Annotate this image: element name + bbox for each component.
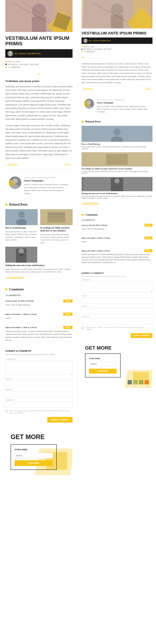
- email-label-left: EMAIL *: [5, 388, 73, 390]
- related-img-0-right: [81, 126, 153, 142]
- author-role-right: Jason is a content creator at Elegant Th…: [97, 99, 150, 100]
- comment-0-header-right: Jason on June 18, 2020 at 9:00 pm REPLY: [81, 224, 153, 226]
- related-title-1-right: Everything you Think you know about how …: [81, 168, 153, 170]
- subscribe-title-right: Subscribe: [89, 357, 117, 360]
- prev-link-right[interactable]: ← PREVIOUS: [81, 88, 93, 90]
- comments-section-right: Comments 3 COMMENTS Jason on June 18, 20…: [81, 213, 153, 268]
- comment-label-left: COMMENT: [5, 358, 73, 360]
- email-subscribe-right[interactable]: [89, 361, 117, 367]
- reply-btn-1-left[interactable]: REPLY: [63, 312, 73, 316]
- name-field-left: NAME *: [5, 378, 73, 386]
- email-input-right[interactable]: [81, 308, 153, 314]
- submit-comment-left: SUBMIT A COMMENT Your email address will…: [5, 350, 73, 422]
- comments-count-left: 3 COMMENTS: [5, 294, 73, 297]
- related-title-2-right: Making the most out of your small busine…: [81, 192, 153, 194]
- svg-point-22: [111, 4, 123, 16]
- post-navigation-right: ← PREVIOUS NEXT →: [81, 88, 153, 90]
- scroll-indicator-left: [5, 72, 73, 76]
- related-excerpt-2-right: Cras ultricies ligula sed magna lorem li…: [81, 195, 153, 199]
- meta-dot-cat-right: [81, 49, 82, 50]
- meta-date-right: MAY 23, 2020: [81, 46, 153, 48]
- post-body-right: Vestibulum ante ipsum primis in faucibus…: [81, 62, 153, 84]
- save-checkbox-right[interactable]: [81, 327, 84, 329]
- related-img-1: [40, 209, 73, 225]
- author-avatar-left: [7, 51, 13, 56]
- get-more-heading-right: GET MORE: [85, 345, 149, 351]
- checkbox-row-left: SAVE MY NAME, EMAIL, AND WEBSITE IN THIS…: [5, 410, 73, 414]
- comment-0-author: Jason on June 18, 2020 at 9:00 pm: [5, 300, 34, 302]
- author-box-content-right: Jason is a content creator at Elegant Th…: [97, 99, 150, 113]
- reply-btn-0-left[interactable]: REPLY: [63, 300, 73, 302]
- reply-btn-1-right[interactable]: REPLY: [145, 236, 153, 239]
- subscribe-submit-right[interactable]: SUBSCRIBE: [89, 369, 117, 374]
- related-grid-left: How to Avoid Burnout Lorem ipsum dolor s…: [5, 209, 73, 244]
- meta-dot-date: [5, 61, 7, 62]
- meta-comments-right: 3 COMMENTS: [81, 51, 153, 52]
- older-entries-left[interactable]: ← OLDER ENTRIES: [5, 276, 24, 279]
- related-heading-dot-right: [81, 121, 84, 123]
- author-avatar-right: [83, 38, 87, 43]
- name-input-right[interactable]: [81, 298, 153, 303]
- related-item-1: Everything you Think you know about how …: [40, 209, 73, 244]
- subscribe-submit-left[interactable]: SUBSCRIBE: [14, 460, 53, 466]
- author-name-right: BY JASON CHAMPAGNE: [89, 40, 111, 42]
- comment-1-text: I agree.: [5, 316, 73, 320]
- svg-point-28: [87, 100, 91, 104]
- save-checkbox-left[interactable]: [5, 410, 8, 412]
- post-navigation-left: ← PREVIOUS NEXT →: [5, 163, 73, 166]
- comment-textarea-left[interactable]: [5, 361, 73, 375]
- reply-btn-2-left[interactable]: REPLY: [63, 326, 73, 329]
- related-title-2: Making the most out of your small busine…: [5, 264, 73, 267]
- author-box-avatar-right: [84, 99, 94, 108]
- submit-btn-right[interactable]: SUBMIT COMMENT: [131, 333, 153, 338]
- author-box-bio-right: Jason is a content creator at Elegant Th…: [97, 105, 150, 113]
- name-label-left: NAME *: [5, 378, 73, 380]
- svg-point-11: [18, 211, 25, 218]
- prev-link-left[interactable]: ← PREVIOUS: [5, 163, 18, 166]
- comments-dot-right: [81, 214, 84, 216]
- website-input-left[interactable]: [5, 402, 73, 408]
- get-more-left: GET MORE Subscribe SUBSCRIBE: [5, 428, 73, 475]
- related-excerpt-1: Lorem ipsum ante primis in faucibus orci…: [40, 233, 73, 244]
- email-subscribe-left[interactable]: [14, 453, 53, 458]
- comment-textarea-right[interactable]: [81, 282, 153, 292]
- right-column: VESTIBULUM ANTE IPSUM PRIMIS BY JASON CH…: [78, 0, 156, 475]
- svg-rect-2: [32, 17, 46, 32]
- comments-count-right: 3 COMMENTS: [81, 219, 153, 221]
- reply-btn-0-right[interactable]: REPLY: [145, 224, 153, 226]
- website-field-right: WEBSITE: [81, 316, 153, 324]
- comments-heading-right: Comments: [81, 213, 153, 216]
- svg-point-6: [9, 52, 11, 54]
- related-item-0-right: How to Avoid Burnout Lorem ipsum dolor s…: [81, 126, 153, 150]
- website-label-right: WEBSITE: [81, 316, 153, 318]
- email-input-left[interactable]: [5, 391, 73, 397]
- svg-rect-34: [106, 154, 128, 165]
- subscribe-title-left: Subscribe: [14, 448, 53, 451]
- left-column: VESTIBULUM ANTE IPSUM PRIMIS BY JASON CH…: [0, 0, 78, 475]
- comment-0-text: I agree. That is really important.: [5, 303, 73, 306]
- next-link-left[interactable]: NEXT →: [65, 163, 73, 166]
- next-link-right[interactable]: NEXT →: [145, 88, 153, 90]
- older-entries-right[interactable]: ← OLDER ENTRIES: [81, 202, 98, 204]
- meta-category-right: BUSINESS | COACHING | HOSTING: [81, 48, 153, 50]
- related-posts-heading-right: Related Posts: [81, 120, 153, 123]
- svg-point-29: [86, 105, 92, 108]
- name-field-right: NAME *: [81, 295, 153, 303]
- submit-btn-left[interactable]: SUBMIT COMMENT: [47, 417, 73, 422]
- svg-rect-15: [49, 214, 64, 215]
- subscribe-box-right: Subscribe SUBSCRIBE: [85, 354, 121, 378]
- author-bar-left: BY JASON CHAMPAGNE: [5, 49, 73, 58]
- name-input-left[interactable]: [5, 380, 73, 386]
- svg-rect-16: [49, 216, 64, 217]
- related-excerpt-0-right: Lorem ipsum dolor sit amet, consectetur …: [81, 146, 153, 150]
- website-input-right[interactable]: [81, 318, 153, 324]
- comment-field-right: COMMENT: [81, 279, 153, 293]
- website-field-left: WEBSITE: [5, 399, 73, 408]
- comment-0-author-right: Jason on June 18, 2020 at 9:00 pm: [81, 224, 107, 226]
- comments-dot: [5, 288, 7, 290]
- hero-image-left: [5, 0, 73, 32]
- submit-note-right: Your email address will not be published…: [81, 276, 153, 277]
- svg-point-8: [12, 178, 18, 184]
- reply-btn-2-right[interactable]: REPLY: [145, 249, 153, 252]
- related-item-1-right: Everything you Think you know about how …: [81, 152, 153, 174]
